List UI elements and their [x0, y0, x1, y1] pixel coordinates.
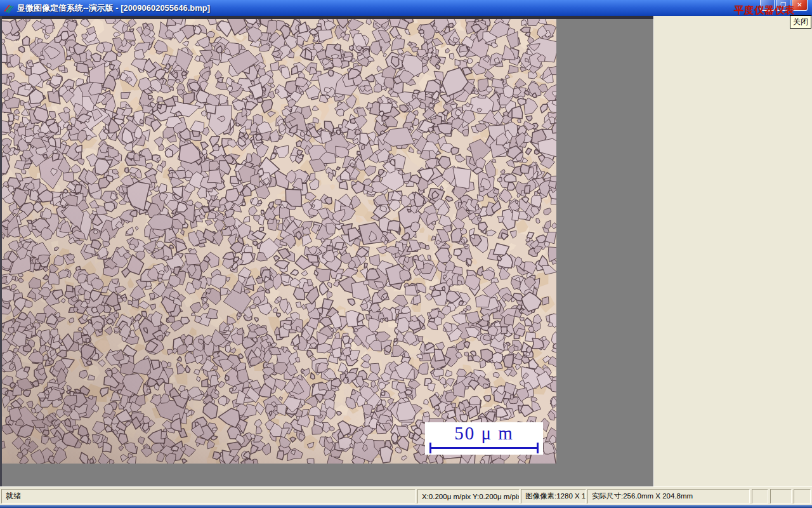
status-actual-size: 实际尺寸:256.0mm X 204.8mm — [587, 489, 750, 504]
status-bar: 就绪 X:0.200μ m/pix Y:0.200μ m/pix 图像像素:12… — [0, 486, 812, 505]
window-title: 显微图像定倍系统--演示版 - [20090602055646.bmp] — [17, 3, 210, 14]
app-window: 显微图像定倍系统--演示版 - [20090602055646.bmp] ▁ ❐… — [0, 0, 812, 508]
window-bottom-border — [0, 505, 812, 508]
control-panel — [653, 16, 812, 486]
scale-bar-line — [431, 447, 537, 449]
micrograph-canvas[interactable] — [2, 19, 556, 464]
title-bar: 显微图像定倍系统--演示版 - [20090602055646.bmp] — [0, 0, 812, 16]
vendor-watermark: 平度仪器仪表 — [734, 4, 795, 17]
status-ready: 就绪 — [1, 489, 416, 504]
status-pixel-scale: X:0.200μ m/pix Y:0.200μ m/pix — [417, 489, 520, 504]
scale-bar-label: 50 μ m — [425, 423, 543, 444]
status-spare-panel — [752, 489, 768, 504]
status-spare-panel — [794, 489, 811, 504]
status-spare-panel — [770, 489, 792, 504]
close-tooltip: 关闭 — [790, 15, 811, 29]
status-image-pixels: 图像像素:1280 X 1024 — [521, 489, 586, 504]
app-icon — [3, 3, 15, 13]
scale-bar-right-tick — [537, 443, 539, 453]
scale-bar-overlay: 50 μ m — [425, 422, 543, 455]
